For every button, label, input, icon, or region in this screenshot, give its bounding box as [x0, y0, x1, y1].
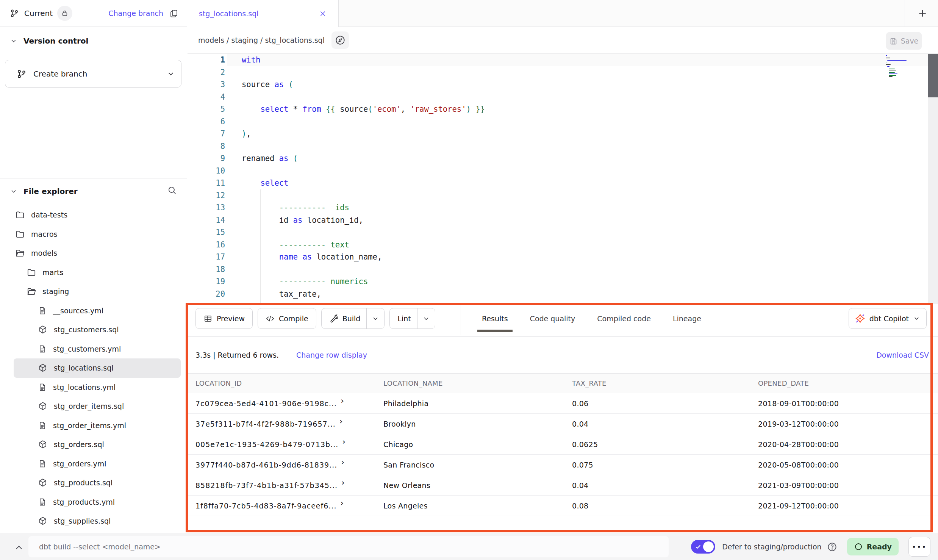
panel-tab-compiled-code[interactable]: Compiled code: [593, 308, 655, 329]
code-line[interactable]: 21: [188, 300, 938, 304]
search-icon[interactable]: [167, 185, 177, 195]
help-icon[interactable]: [827, 542, 837, 552]
file-tree-item[interactable]: macros: [14, 225, 181, 244]
defer-toggle[interactable]: [691, 540, 715, 554]
code-line[interactable]: 7),: [188, 128, 938, 140]
file-tree-item[interactable]: stg_orders.yml: [14, 454, 181, 474]
code-line[interactable]: 11 select: [188, 177, 938, 189]
tab-close-icon[interactable]: [319, 9, 327, 18]
change-branch-link[interactable]: Change branch: [108, 9, 163, 17]
new-tab-button[interactable]: [918, 8, 927, 18]
code-line[interactable]: 12: [188, 189, 938, 202]
code-line[interactable]: 14 id as location_id,: [188, 214, 938, 227]
file-tree-item[interactable]: stg_order_items.sql: [14, 397, 181, 416]
file-name: stg_locations.yml: [53, 383, 116, 391]
code-line[interactable]: 8: [188, 140, 938, 153]
line-number: 17: [188, 251, 225, 263]
file-tree-item[interactable]: stg_order_items.yml: [14, 416, 181, 435]
code-line[interactable]: 15: [188, 226, 938, 239]
chevron-up-icon[interactable]: [14, 542, 24, 553]
code-line[interactable]: 19 ---------- numerics: [188, 275, 938, 288]
create-branch-button[interactable]: Create branch: [5, 60, 181, 88]
code-text: tax_rate,: [242, 288, 321, 300]
indent-guide: [242, 165, 242, 177]
file-tree-item[interactable]: stg_locations.yml: [14, 378, 181, 397]
code-line[interactable]: 5 select * from {{ source('ecom', 'raw_s…: [188, 103, 938, 116]
version-control-header[interactable]: Version control: [0, 27, 187, 55]
build-dropdown[interactable]: [367, 308, 384, 328]
column-header[interactable]: TAX_RATE: [572, 379, 758, 387]
status-badge[interactable]: Ready: [847, 538, 899, 555]
build-button[interactable]: Build: [322, 308, 367, 328]
lint-button[interactable]: Lint: [390, 308, 417, 328]
code-line[interactable]: 2: [188, 66, 938, 79]
file-tree-item[interactable]: stg_customers.sql: [14, 320, 181, 339]
file-tree-item[interactable]: models: [14, 244, 181, 263]
panel-tab-code-quality[interactable]: Code quality: [525, 308, 580, 329]
column-header[interactable]: OPENED_DATE: [758, 379, 938, 387]
code-line[interactable]: 13 ---------- ids: [188, 202, 938, 214]
file-tree-item[interactable]: data-tests: [14, 205, 181, 225]
minimap-line: [886, 64, 891, 65]
file-name: models: [31, 249, 57, 257]
code-editor[interactable]: 1with23source as (45 select * from {{ so…: [188, 54, 938, 304]
create-branch-dropdown[interactable]: [160, 60, 181, 87]
file-tree-item[interactable]: stg_products.sql: [14, 473, 181, 493]
file-tree-item[interactable]: stg_supplies.sql: [14, 512, 181, 531]
chevron-down-icon: [913, 315, 920, 322]
file-name: stg_products.sql: [54, 479, 113, 487]
save-button[interactable]: Save: [886, 32, 922, 50]
expand-row-icon[interactable]: ›: [341, 478, 345, 487]
expand-row-icon[interactable]: ›: [339, 416, 343, 426]
code-line[interactable]: 20 tax_rate,: [188, 288, 938, 300]
file-tree-item[interactable]: stg_orders.sql: [14, 435, 181, 454]
code-line[interactable]: 16 ---------- text: [188, 239, 938, 251]
code-line[interactable]: 3source as (: [188, 78, 938, 91]
expand-row-icon[interactable]: ›: [342, 437, 345, 446]
table-row[interactable]: 858218fb-73f7-4b1b-a31f-57b345...›New Or…: [188, 475, 938, 496]
file-tree-item[interactable]: __sources.yml: [14, 301, 181, 321]
code-line[interactable]: 18: [188, 263, 938, 276]
file-tree-item[interactable]: staging: [14, 282, 181, 301]
preview-button[interactable]: Preview: [195, 308, 253, 329]
expand-row-icon[interactable]: ›: [341, 457, 344, 467]
create-branch-main[interactable]: Create branch: [5, 60, 160, 87]
file-explorer-header[interactable]: File explorer: [0, 178, 187, 204]
code-line[interactable]: 9renamed as (: [188, 152, 938, 165]
column-header[interactable]: LOCATION_NAME: [383, 379, 572, 387]
code-line[interactable]: 4: [188, 91, 938, 103]
table-row[interactable]: 1f8ffa70-7cb5-4d83-8a7f-9aceef6...›Los A…: [188, 496, 938, 516]
table-row[interactable]: 3977f440-b87d-461b-9dd6-81839...›San Fra…: [188, 455, 938, 475]
file-tree-item[interactable]: stg_products.yml: [14, 493, 181, 512]
lint-dropdown[interactable]: [417, 308, 435, 328]
compile-button[interactable]: Compile: [258, 308, 316, 329]
open-docs-button[interactable]: [331, 31, 349, 49]
editor-scrollbar[interactable]: [928, 54, 938, 304]
panel-tab-lineage[interactable]: Lineage: [668, 308, 706, 329]
code-line[interactable]: 6: [188, 116, 938, 128]
line-number: 1: [188, 54, 225, 66]
more-options-button[interactable]: •••: [908, 537, 930, 557]
command-input[interactable]: dbt build --select <model_name>: [28, 536, 669, 557]
code-line[interactable]: 1with: [188, 54, 938, 66]
column-header[interactable]: LOCATION_ID: [195, 379, 383, 387]
change-row-display-link[interactable]: Change row display: [296, 351, 367, 359]
file-tree-item[interactable]: stg_customers.yml: [14, 339, 181, 359]
tabbar-divider: [905, 0, 905, 27]
tab-stg-locations-sql[interactable]: stg_locations.sql: [188, 0, 339, 27]
code-line[interactable]: 17 name as location_name,: [188, 251, 938, 263]
table-row[interactable]: 37e5f311-b7f4-4f2f-988b-719657...›Brookl…: [188, 414, 938, 434]
cell-text: 3977f440-b87d-461b-9dd6-81839...: [195, 461, 337, 469]
dbt-copilot-button[interactable]: dbt Copilot: [849, 308, 927, 329]
file-tree-item[interactable]: stg_locations.sql: [14, 358, 181, 378]
download-csv-link[interactable]: Download CSV: [876, 351, 929, 359]
table-row[interactable]: 005e7e1c-1935-4269-b479-0713b...›Chicago…: [188, 434, 938, 455]
expand-row-icon[interactable]: ›: [341, 396, 344, 405]
table-row[interactable]: 7c079cea-5ed4-4101-906e-9198c...›Philade…: [188, 393, 938, 414]
copy-icon[interactable]: [169, 9, 178, 18]
panel-tab-results[interactable]: Results: [477, 308, 513, 329]
file-tree-item[interactable]: marts: [14, 263, 181, 282]
scrollbar-thumb[interactable]: [928, 54, 938, 97]
code-line[interactable]: 10: [188, 165, 938, 177]
expand-row-icon[interactable]: ›: [340, 498, 344, 508]
